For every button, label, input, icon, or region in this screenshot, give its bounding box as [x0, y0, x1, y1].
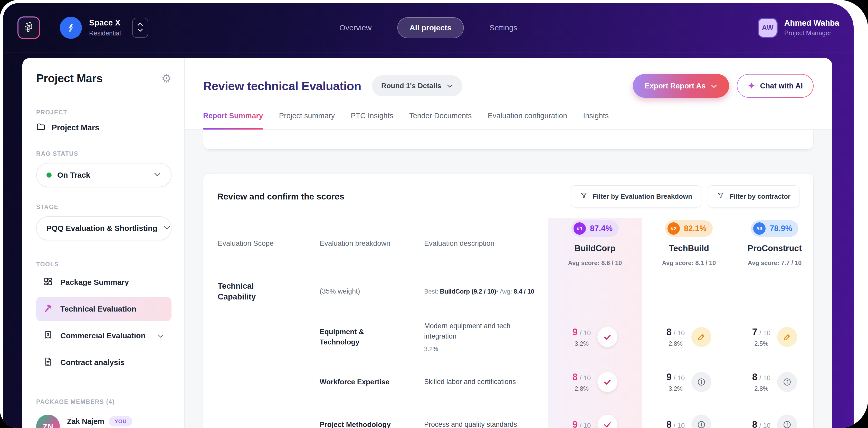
nav-settings[interactable]: Settings [490, 23, 517, 32]
info-icon[interactable] [777, 415, 797, 428]
export-report-button[interactable]: Export Report As [633, 74, 729, 98]
filter-by-breakdown-button[interactable]: Filter by Evaluation Breakdown [571, 186, 701, 207]
rank-percent: 82.1% [684, 224, 707, 233]
contractor-name: BuildCorp [575, 244, 615, 253]
chevron-down-icon [163, 225, 171, 231]
table-row: Workforce Expertise Skilled labor and ce… [203, 360, 813, 404]
score-value: 7 [752, 327, 757, 337]
rag-status-select[interactable]: On Track [36, 163, 172, 187]
score-weight: 2.8% [572, 385, 591, 392]
score-cell: 7/ 10 2.5% [742, 327, 807, 347]
info-icon[interactable] [777, 372, 797, 392]
table-row: Equipment & Technology Modern equipment … [203, 314, 813, 360]
filter-by-contractor-button[interactable]: Filter by contractor [708, 186, 800, 207]
score-value: 8 [752, 372, 757, 382]
gear-icon[interactable]: ⚙ [161, 73, 172, 84]
breakdown-weight: 3.2% [424, 345, 542, 353]
scope-name: Technical Capability [218, 281, 282, 302]
chevron-down-icon [157, 331, 164, 340]
chat-with-ai-button[interactable]: ✦ Chat with AI [737, 74, 813, 98]
confirmed-check-icon[interactable] [597, 327, 617, 347]
score-cell: 9/ 10 3.2% [648, 372, 730, 392]
cube-logo-icon [23, 21, 35, 34]
sidebar-item-commercial-evaluation[interactable]: $ Commercial Evaluation [36, 323, 172, 348]
edit-score-icon[interactable] [691, 327, 711, 347]
rank-percent: 78.9% [770, 224, 792, 233]
rag-status-value: On Track [57, 171, 148, 179]
tab-bar: Report Summary Project summary PTC Insig… [185, 112, 832, 130]
user-name: Ahmed Wahba [784, 19, 839, 28]
divider [50, 20, 50, 35]
filter-label: Filter by Evaluation Breakdown [593, 193, 692, 200]
chevron-up-icon [137, 22, 144, 27]
contractor-header-proconstruct[interactable]: #3 78.9% ProConstruct Avg score: 7.7 / 1… [736, 218, 813, 268]
scrolled-card-remnant [203, 130, 813, 149]
edit-score-icon[interactable] [777, 327, 797, 347]
page-title: Review technical Evaluation [203, 79, 361, 93]
score-value: 8 [752, 419, 757, 428]
stage-value: PQQ Evaluation & Shortlisting [46, 224, 157, 233]
you-badge: YOU [109, 416, 132, 426]
chevron-down-icon [137, 28, 144, 33]
info-icon[interactable] [691, 372, 711, 392]
nav-overview[interactable]: Overview [339, 23, 371, 32]
info-icon[interactable] [691, 415, 711, 428]
sidebar-item-contract-analysis[interactable]: Contract analysis [36, 350, 172, 375]
breakdown-name: Workforce Expertise [320, 377, 390, 387]
document-icon [43, 357, 53, 368]
nav-all-projects[interactable]: All projects [397, 17, 464, 38]
brand-logo[interactable] [18, 17, 40, 39]
hammer-icon [43, 304, 53, 315]
chevron-down-icon [446, 82, 453, 90]
contractor-avg-score: Avg score: 8.1 / 10 [662, 259, 716, 266]
list-item-member[interactable]: ZN Zak Najem YOU Admin [36, 415, 172, 428]
score-value: 9 [572, 419, 578, 428]
score-value: 9 [572, 327, 578, 337]
breakdown-name: Project Methodology [320, 420, 391, 428]
user-menu[interactable]: AW Ahmed Wahba Project Manager [757, 18, 839, 38]
stage-select[interactable]: PQQ Evaluation & Shortlisting [36, 216, 172, 240]
score-cell: 8/ 10 2.8% [742, 372, 807, 392]
tab-report-summary[interactable]: Report Summary [203, 112, 263, 129]
score-weight: 3.2% [572, 340, 591, 347]
tab-ptc-insights[interactable]: PTC Insights [351, 112, 393, 129]
tab-evaluation-configuration[interactable]: Evaluation configuration [488, 112, 567, 129]
project-section-label: PROJECT [36, 109, 172, 116]
tab-project-summary[interactable]: Project summary [279, 112, 335, 129]
contractor-name: ProConstruct [748, 244, 802, 253]
round-selector[interactable]: Round 1's Details [372, 75, 462, 96]
sidebar-item-project[interactable]: Project Mars [36, 122, 172, 134]
sparkle-icon: ✦ [748, 81, 755, 90]
score-cell: 9/ 10 3.2% [554, 327, 636, 347]
workspace-name: Space X [89, 18, 121, 28]
column-header: Evaluation breakdown [320, 239, 391, 248]
tool-label: Package Summary [60, 278, 129, 287]
user-role: Project Manager [784, 29, 839, 37]
svg-text:$: $ [47, 332, 49, 336]
sidebar-item-technical-evaluation[interactable]: Technical Evaluation [36, 297, 172, 321]
contractor-header-techbuild[interactable]: #2 82.1% TechBuild Avg score: 8.1 / 10 [642, 218, 736, 268]
score-cell: 9/ 10 [554, 415, 636, 428]
tab-insights[interactable]: Insights [583, 112, 609, 129]
chat-with-ai-label: Chat with AI [760, 82, 803, 90]
contractor-header-buildcorp[interactable]: #1 87.4% BuildCorp Avg score: 8.6 / 10 [548, 218, 642, 268]
score-weight: 2.5% [752, 340, 770, 347]
stage-label: STAGE [36, 204, 172, 210]
confirmed-check-icon[interactable] [597, 372, 617, 392]
main-scroll-area[interactable]: Review and confirm the scores Filter by … [185, 130, 832, 428]
score-value: 8 [572, 372, 578, 382]
scores-card-title: Review and confirm the scores [217, 192, 344, 202]
receipt-dollar-icon: $ [43, 330, 53, 341]
workspace-info: Space X Residential [89, 18, 121, 37]
confirmed-check-icon[interactable] [597, 415, 617, 428]
workspace-type: Residential [89, 30, 121, 37]
tab-tender-documents[interactable]: Tender Documents [409, 112, 472, 129]
tools-label: TOOLS [36, 261, 172, 268]
sidebar-item-package-summary[interactable]: Package Summary [36, 270, 172, 294]
member-name: Zak Najem [67, 417, 104, 426]
column-header: Evaluation Scope [218, 239, 274, 248]
folder-icon [36, 122, 45, 134]
main-panel: Review technical Evaluation Round 1's De… [185, 58, 832, 428]
column-header: Evaluation description [424, 239, 494, 248]
workspace-switcher-button[interactable] [132, 18, 148, 38]
